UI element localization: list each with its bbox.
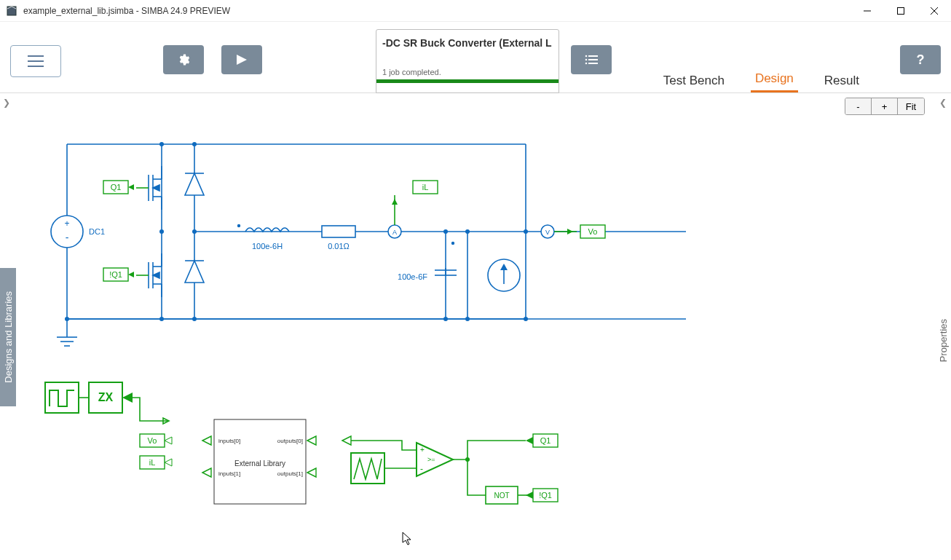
svg-text:DC1: DC1	[89, 227, 105, 236]
properties-panel-tab[interactable]: Properties	[935, 297, 951, 384]
triangle-wave-block[interactable]	[351, 453, 384, 484]
svg-rect-14	[588, 63, 598, 64]
settings-button[interactable]	[163, 45, 204, 74]
svg-rect-2	[898, 7, 904, 14]
svg-text:Q1: Q1	[540, 436, 551, 445]
svg-point-16	[192, 142, 197, 146]
ammeter[interactable]: A iL	[388, 181, 438, 238]
document-title: -DC SR Buck Converter (External L	[376, 30, 559, 52]
svg-point-13	[585, 63, 588, 65]
svg-point-18	[192, 229, 197, 234]
tab-test-bench[interactable]: Test Bench	[659, 71, 729, 92]
svg-marker-44	[128, 184, 134, 190]
svg-text:100e-6H: 100e-6H	[252, 242, 283, 251]
external-library-block[interactable]: External Library inputs[0] inputs[1] out…	[202, 419, 316, 504]
svg-marker-53	[153, 272, 159, 278]
svg-rect-10	[588, 55, 598, 57]
q1-label[interactable]: Q1	[103, 181, 134, 194]
svg-text:>=: >=	[427, 456, 435, 463]
svg-text:Vo: Vo	[588, 227, 598, 236]
title-bar: example_external_lib.jsimba - SIMBA 24.9…	[0, 0, 951, 22]
canvas-area[interactable]: ❯ Designs and Libraries ❮ Properties - +…	[0, 93, 951, 560]
svg-point-20	[192, 317, 197, 321]
menu-button[interactable]	[10, 45, 61, 77]
svg-marker-119	[526, 437, 533, 444]
svg-text:iL: iL	[149, 458, 156, 467]
expand-left-icon[interactable]: ❯	[3, 98, 10, 108]
help-button[interactable]: ?	[900, 45, 941, 74]
q1-output-label[interactable]: Q1	[526, 434, 558, 447]
svg-marker-88	[122, 393, 133, 403]
document-tab[interactable]: -DC SR Buck Converter (External L 1 job …	[376, 29, 559, 93]
maximize-button[interactable]	[884, 0, 918, 22]
ground-symbol[interactable]	[57, 337, 77, 346]
svg-point-22	[465, 229, 470, 234]
svg-marker-58	[185, 261, 204, 283]
svg-text:A: A	[392, 229, 397, 236]
svg-text:inputs[0]: inputs[0]	[218, 438, 240, 444]
nav-tabs: Test Bench Design Result	[659, 71, 864, 92]
svg-point-24	[465, 317, 470, 321]
svg-marker-96	[165, 459, 172, 466]
diode-bottom[interactable]	[185, 261, 204, 283]
mosfet-q1[interactable]	[136, 166, 162, 210]
mosfet-nq1[interactable]	[136, 253, 162, 297]
tab-result[interactable]: Result	[820, 71, 864, 92]
pulse-block[interactable]	[45, 382, 79, 413]
vo-input-label[interactable]: Vo	[140, 434, 172, 447]
svg-text:ZX: ZX	[98, 391, 114, 403]
svg-point-25	[524, 229, 528, 234]
designs-libraries-panel-tab[interactable]: Designs and Libraries	[0, 268, 16, 406]
svg-text:-: -	[66, 232, 69, 243]
svg-text:iL: iL	[422, 183, 429, 192]
svg-text:!Q1: !Q1	[109, 270, 122, 279]
close-button[interactable]	[918, 0, 951, 22]
tab-design[interactable]: Design	[751, 68, 798, 92]
svg-text:outputs[1]: outputs[1]	[277, 470, 303, 477]
svg-point-19	[159, 317, 164, 321]
schematic-canvas[interactable]: + - DC1 Q1	[16, 93, 935, 560]
svg-point-15	[159, 142, 164, 146]
window-title: example_external_lib.jsimba - SIMBA 24.9…	[23, 6, 851, 16]
zx-block[interactable]: ZX	[89, 382, 133, 413]
svg-text:+: +	[420, 446, 425, 454]
svg-marker-40	[153, 185, 159, 191]
svg-point-11	[585, 59, 588, 61]
svg-point-113	[465, 457, 470, 462]
expand-right-icon[interactable]: ❮	[939, 98, 947, 108]
svg-point-29	[451, 242, 454, 245]
svg-rect-61	[322, 226, 355, 237]
svg-marker-107	[342, 436, 351, 445]
svg-text:-: -	[420, 464, 423, 474]
list-button[interactable]	[571, 45, 612, 74]
svg-text:NOT: NOT	[494, 492, 509, 500]
svg-text:External Library: External Library	[234, 460, 285, 468]
job-status: 1 job completed.	[376, 52, 559, 78]
comparator-block[interactable]: >= + -	[417, 443, 453, 476]
voltmeter[interactable]: V Vo	[541, 225, 605, 238]
svg-marker-104	[202, 468, 211, 477]
svg-text:Q1: Q1	[111, 183, 122, 192]
nq1-output-label[interactable]: !Q1	[526, 489, 558, 502]
svg-text:inputs[1]: inputs[1]	[218, 470, 240, 477]
resistor[interactable]: 0.01Ω	[322, 226, 355, 251]
svg-text:Vo: Vo	[148, 436, 157, 445]
dc-source[interactable]: + - DC1	[51, 216, 105, 248]
capacitor[interactable]: 100e-6F	[398, 268, 457, 281]
svg-text:0.01Ω: 0.01Ω	[328, 242, 350, 251]
svg-text:outputs[0]: outputs[0]	[277, 438, 303, 444]
svg-point-17	[159, 229, 164, 234]
svg-text:!Q1: !Q1	[539, 491, 552, 500]
svg-marker-57	[128, 272, 134, 277]
nq1-label[interactable]: !Q1	[103, 268, 134, 281]
main-toolbar: -DC SR Buck Converter (External L 1 job …	[0, 22, 951, 93]
diode-top[interactable]	[185, 173, 204, 195]
svg-point-28	[237, 224, 240, 227]
current-source[interactable]	[488, 259, 520, 291]
svg-marker-45	[185, 173, 204, 195]
run-button[interactable]	[221, 45, 262, 74]
il-input-label[interactable]: iL	[140, 456, 172, 469]
svg-point-26	[524, 317, 528, 321]
svg-text:100e-6F: 100e-6F	[398, 272, 427, 281]
minimize-button[interactable]	[851, 0, 884, 22]
